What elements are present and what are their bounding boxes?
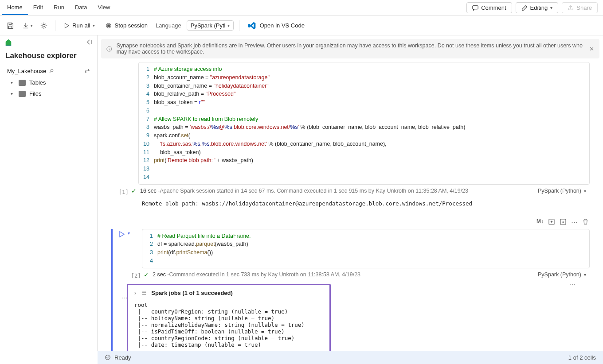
- language-value: PySpark (Pytho...: [191, 22, 225, 29]
- chevron-right-icon[interactable]: ›: [134, 290, 136, 296]
- cell-lang-1[interactable]: PySpark (Python): [538, 188, 581, 194]
- comment-icon: [472, 5, 478, 11]
- menu-view[interactable]: View: [92, 0, 115, 15]
- separator: [239, 20, 239, 31]
- chevron-down-icon: ▾: [584, 189, 586, 194]
- cell-counter: 1 of 2 cells: [568, 354, 596, 361]
- language-select[interactable]: PySpark (Pytho... ▾: [187, 20, 234, 31]
- swap-icon[interactable]: ⇄: [85, 67, 90, 74]
- download-icon: [22, 22, 30, 30]
- insert-below-button[interactable]: [560, 218, 567, 226]
- tree-tables[interactable]: ▾ Tables: [0, 77, 97, 88]
- menu-bar: Home Edit Run Data View Comment Editing …: [0, 0, 603, 16]
- close-banner-button[interactable]: ✕: [589, 46, 594, 52]
- status-text-2: Command executed in 1 sec 733 ms by Kay …: [169, 271, 361, 278]
- cell-toolbar: M↓ ⋯: [98, 217, 603, 229]
- chevron-down-icon: ▾: [11, 91, 15, 96]
- lakehouse-name[interactable]: My_Lakehouse: [7, 68, 46, 74]
- code-editor-1[interactable]: 1# Azure storage access info2blob_accoun…: [138, 62, 590, 185]
- menu-home[interactable]: Home: [2, 0, 28, 15]
- chevron-down-icon: ▾: [227, 23, 230, 28]
- svg-rect-5: [108, 24, 110, 26]
- open-vscode-button[interactable]: Open in VS Code: [245, 19, 307, 32]
- editing-label: Editing: [530, 4, 548, 11]
- pin-icon[interactable]: ⚲: [48, 67, 55, 74]
- stop-label: Stop session: [114, 22, 147, 29]
- play-icon: [63, 23, 70, 29]
- delete-cell-button[interactable]: [582, 218, 589, 226]
- status-ready: Ready: [114, 354, 131, 361]
- sidebar-title: Lakehouse explorer: [0, 49, 97, 65]
- spark-jobs-label: Spark jobs (1 of 1 succeeded): [151, 290, 233, 296]
- schema-output: root |-- countryOrRegion: string (nullab…: [134, 302, 323, 348]
- ready-icon: [105, 354, 111, 360]
- cell-2: ▾ 1# Read Parquet file into a DataFrame.…: [111, 229, 590, 351]
- run-cell-button[interactable]: [118, 231, 125, 268]
- tree-files[interactable]: ▾ Files: [0, 88, 97, 99]
- run-dropdown-button[interactable]: ▾: [128, 231, 130, 268]
- separator: [55, 20, 55, 31]
- tree-files-label: Files: [29, 90, 41, 97]
- sidebar: Lakehouse explorer My_Lakehouse ⚲ ⇄ ▾ Ta…: [0, 35, 98, 351]
- cell-index-2: [2]: [118, 271, 141, 279]
- notebook-content: Synapse notebooks and Spark job definiti…: [98, 35, 603, 351]
- pencil-icon: [521, 5, 528, 11]
- svg-rect-2: [8, 26, 12, 28]
- status-text-1: Apache Spark session started in 14 sec 6…: [160, 188, 468, 194]
- preview-banner: Synapse notebooks and Spark job definiti…: [101, 39, 599, 58]
- collapse-sidebar-button[interactable]: [86, 39, 93, 46]
- svg-point-9: [106, 355, 110, 360]
- markdown-toggle-button[interactable]: M↓: [536, 218, 544, 226]
- share-button: Share: [562, 2, 598, 13]
- list-icon: [141, 290, 147, 296]
- menu-edit[interactable]: Edit: [28, 0, 48, 15]
- lakehouse-icon: [4, 38, 12, 46]
- stop-session-button[interactable]: Stop session: [103, 20, 150, 31]
- settings-button[interactable]: [38, 20, 50, 31]
- runtime-2: 2 sec: [153, 271, 166, 278]
- info-icon: [106, 46, 112, 52]
- run-all-button[interactable]: Run all ▾: [61, 20, 98, 31]
- svg-point-3: [43, 24, 45, 27]
- editing-button[interactable]: Editing ▾: [516, 2, 559, 13]
- stop-icon: [106, 23, 112, 29]
- folder-icon: [19, 80, 26, 86]
- vscode-label: Open in VS Code: [260, 22, 305, 29]
- gear-icon: [40, 22, 48, 30]
- code-editor-2[interactable]: 1# Read Parquet file into a DataFrame.2d…: [142, 229, 590, 268]
- chevron-down-icon: ▾: [31, 23, 33, 28]
- spark-output-box: › Spark jobs (1 of 1 succeeded) root |--…: [127, 284, 331, 351]
- download-button[interactable]: ▾: [21, 20, 33, 31]
- run-all-label: Run all: [72, 22, 90, 29]
- svg-rect-0: [473, 5, 478, 9]
- menu-run[interactable]: Run: [48, 0, 70, 15]
- comment-button[interactable]: Comment: [466, 2, 512, 13]
- insert-above-button[interactable]: [548, 218, 555, 226]
- collapse-icon: [86, 39, 93, 46]
- output-options-button[interactable]: ⋯: [570, 281, 590, 351]
- folder-icon: [19, 91, 26, 97]
- success-icon: ✓: [144, 271, 149, 278]
- vscode-icon: [247, 21, 256, 30]
- save-button[interactable]: [4, 20, 16, 31]
- success-icon: ✓: [131, 187, 137, 194]
- comment-label: Comment: [481, 4, 506, 11]
- statusbar: Ready 1 of 2 cells: [98, 351, 603, 364]
- menu-data[interactable]: Data: [70, 0, 92, 15]
- svg-rect-1: [9, 23, 11, 24]
- runtime-1: 16 sec: [140, 188, 157, 194]
- banner-text: Synapse notebooks and Spark job definiti…: [117, 43, 585, 55]
- more-button[interactable]: ⋯: [571, 218, 578, 226]
- toolbar: ▾ Run all ▾ Stop session Language PySpar…: [0, 16, 603, 35]
- cell-index-1: [1]: [111, 187, 129, 195]
- output-1: Remote blob path: wasbs://holidaydatacon…: [138, 197, 476, 211]
- chevron-down-icon: ▾: [93, 23, 95, 28]
- chevron-down-icon: ▾: [584, 272, 586, 277]
- tree-tables-label: Tables: [29, 79, 46, 86]
- cell-lang-2[interactable]: PySpark (Python): [538, 271, 581, 278]
- share-label: Share: [576, 4, 592, 11]
- chevron-down-icon: ▾: [550, 5, 552, 10]
- save-icon: [6, 22, 14, 30]
- chevron-down-icon: ▾: [11, 80, 15, 85]
- cell-1: 1# Azure storage access info2blob_accoun…: [111, 62, 590, 211]
